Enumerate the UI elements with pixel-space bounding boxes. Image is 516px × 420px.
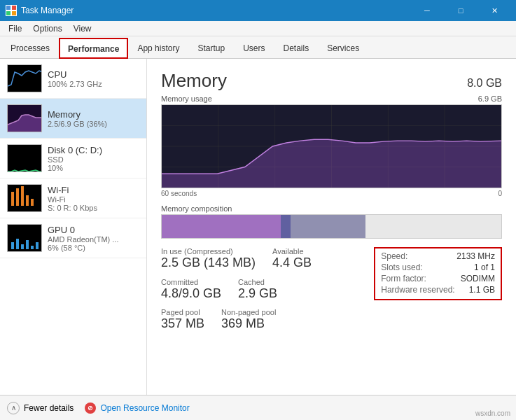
svg-rect-8: [26, 195, 29, 206]
svg-rect-12: [21, 244, 24, 249]
app-title: Task Manager: [21, 6, 74, 15]
memory-graph: [7, 104, 42, 132]
minimize-button[interactable]: ─: [411, 0, 443, 21]
open-resource-monitor-label: Open Resource Monitor: [100, 403, 189, 413]
tab-services[interactable]: Services: [318, 38, 368, 58]
tab-startup[interactable]: Startup: [188, 38, 234, 58]
sidebar-item-cpu[interactable]: CPU 100% 2.73 GHz: [0, 59, 146, 99]
memory-usage-section: Memory usage 6.9 GB: [161, 94, 502, 197]
in-use-value: 2.5 GB (143 MB): [161, 255, 256, 271]
titlebar-left: Task Manager: [6, 5, 74, 16]
main-area: CPU 100% 2.73 GHz Memory 2.5/6.9 GB (36%…: [0, 59, 516, 395]
sidebar-item-memory[interactable]: Memory 2.5/6.9 GB (36%): [0, 99, 146, 139]
gpu-sub1: AMD Radeon(TM) ...: [48, 235, 139, 244]
stat-in-use: In use (Compressed) 2.5 GB (143 MB): [161, 247, 256, 271]
content-title: Memory: [161, 70, 227, 92]
tab-users[interactable]: Users: [234, 38, 274, 58]
content-size: 8.0 GB: [467, 77, 502, 90]
close-button[interactable]: ✕: [478, 0, 510, 21]
composition-bar: [161, 214, 502, 239]
disk-graph: [7, 144, 42, 172]
window-controls[interactable]: ─ □ ✕: [411, 0, 510, 21]
svg-rect-0: [6, 6, 11, 10]
cpu-graph: [7, 64, 42, 92]
stat-available: Available 4.4 GB: [272, 247, 312, 271]
available-value: 4.4 GB: [272, 255, 312, 271]
stats-row-1: In use (Compressed) 2.5 GB (143 MB) Avai…: [161, 247, 360, 271]
svg-rect-3: [12, 11, 16, 15]
stat-cached: Cached 2.9 GB: [238, 278, 277, 302]
disk-info: Disk 0 (C: D:) SSD 10%: [48, 145, 139, 172]
fewer-details-item[interactable]: ∧ Fewer details: [7, 402, 74, 414]
nonpaged-label: Non-paged pool: [221, 308, 276, 316]
svg-rect-6: [16, 188, 19, 206]
spec-form: Form factor: SODIMM: [381, 274, 495, 284]
sidebar-item-wifi[interactable]: Wi-Fi Wi-Fi S: 0 R: 0 Kbps: [0, 178, 146, 218]
cached-label: Cached: [238, 278, 277, 286]
svg-rect-2: [6, 11, 11, 15]
wifi-graph: [7, 184, 42, 212]
titlebar: Task Manager ─ □ ✕: [0, 0, 516, 21]
hw-value: 1.1 GB: [469, 285, 495, 295]
comp-modified: [281, 215, 291, 238]
maximize-button[interactable]: □: [445, 0, 477, 21]
svg-rect-11: [16, 239, 19, 249]
graph-time-label: 60 seconds: [161, 190, 197, 197]
paged-value: 357 MB: [161, 316, 204, 332]
tab-app-history[interactable]: App history: [128, 38, 188, 58]
committed-value: 4.8/9.0 GB: [161, 286, 221, 302]
comp-in-use: [162, 215, 281, 238]
svg-marker-24: [162, 139, 501, 188]
app-icon: [6, 5, 17, 16]
menu-file[interactable]: File: [3, 22, 27, 35]
hw-label: Hardware reserved:: [381, 285, 454, 295]
content-panel: Memory 8.0 GB Memory usage 6.9 GB: [147, 59, 516, 395]
memory-composition-section: Memory composition: [161, 204, 502, 239]
spec-speed: Speed: 2133 MHz: [381, 251, 495, 261]
menu-view[interactable]: View: [68, 22, 97, 35]
fewer-details-label: Fewer details: [24, 403, 74, 413]
stat-paged: Paged pool 357 MB: [161, 308, 204, 332]
open-resource-monitor-item[interactable]: ⊘ Open Resource Monitor: [85, 402, 189, 414]
slots-label: Slots used:: [381, 262, 422, 272]
graph-min-label: 0: [498, 190, 502, 197]
menubar: File Options View: [0, 21, 516, 36]
in-use-label: In use (Compressed): [161, 247, 256, 255]
disk-sub1: SSD: [48, 155, 139, 164]
spec-hw: Hardware reserved: 1.1 GB: [381, 285, 495, 295]
tab-performance[interactable]: Performance: [59, 38, 128, 59]
svg-rect-13: [26, 240, 29, 249]
sidebar-item-disk[interactable]: Disk 0 (C: D:) SSD 10%: [0, 139, 146, 178]
svg-rect-10: [11, 242, 14, 249]
slots-value: 1 of 1: [474, 262, 495, 272]
graph-max-label: 6.9 GB: [478, 94, 502, 103]
svg-rect-1: [12, 6, 16, 10]
chevron-up-icon: ∧: [7, 402, 20, 414]
memory-sub: 2.5/6.9 GB (36%): [48, 120, 139, 128]
menu-options[interactable]: Options: [27, 22, 67, 35]
available-label: Available: [272, 247, 312, 255]
comp-standby: [291, 215, 365, 238]
watermark: wsxdn.com: [475, 410, 510, 417]
nonpaged-value: 369 MB: [221, 316, 276, 332]
stats-left: In use (Compressed) 2.5 GB (143 MB) Avai…: [161, 247, 360, 332]
speed-label: Speed:: [381, 251, 407, 261]
spec-slots: Slots used: 1 of 1: [381, 262, 495, 272]
tab-details[interactable]: Details: [274, 38, 318, 58]
composition-label: Memory composition: [161, 204, 502, 213]
memory-name: Memory: [48, 109, 139, 120]
graph-label: Memory usage 6.9 GB: [161, 94, 502, 103]
form-label: Form factor:: [381, 274, 426, 284]
specs-panel: Speed: 2133 MHz Slots used: 1 of 1 Form …: [374, 247, 502, 300]
committed-label: Committed: [161, 278, 221, 286]
stats-container: In use (Compressed) 2.5 GB (143 MB) Avai…: [161, 247, 502, 332]
graph-label-text: Memory usage: [161, 94, 212, 103]
memory-info: Memory 2.5/6.9 GB (36%): [48, 109, 139, 128]
sidebar-item-gpu[interactable]: GPU 0 AMD Radeon(TM) ... 6% (58 °C): [0, 218, 146, 258]
svg-rect-14: [31, 246, 34, 249]
cached-value: 2.9 GB: [238, 286, 277, 302]
wifi-sub1: Wi-Fi: [48, 195, 139, 204]
svg-rect-5: [11, 192, 14, 206]
tab-processes[interactable]: Processes: [1, 38, 59, 58]
cpu-info: CPU 100% 2.73 GHz: [48, 69, 139, 88]
